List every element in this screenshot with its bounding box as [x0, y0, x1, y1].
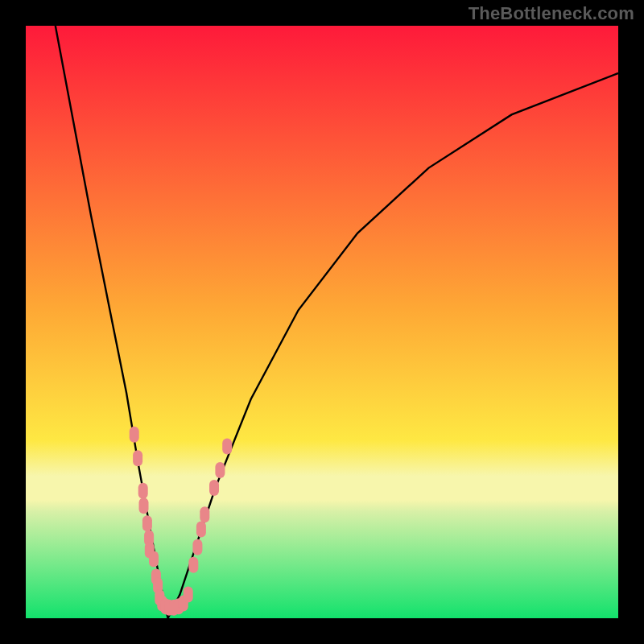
scatter-point — [142, 515, 152, 531]
scatter-point — [222, 439, 232, 455]
scatter-point — [133, 450, 142, 466]
scatter-point — [130, 427, 139, 443]
scatter-point — [209, 480, 219, 496]
gradient-bg — [26, 26, 618, 618]
scatter-point — [139, 497, 149, 514]
scatter-point — [188, 557, 198, 573]
scatter-point — [138, 483, 148, 499]
scatter-point — [149, 551, 159, 567]
scatter-point — [196, 522, 206, 538]
scatter-point — [184, 587, 193, 603]
scatter-point — [192, 539, 202, 555]
plot-area — [26, 26, 618, 618]
scatter-point — [215, 462, 225, 478]
bottleneck-plot — [0, 0, 644, 644]
chart-frame: TheBottleneck.com — [0, 0, 644, 644]
scatter-point — [200, 506, 209, 522]
watermark-label: TheBottleneck.com — [469, 3, 634, 24]
